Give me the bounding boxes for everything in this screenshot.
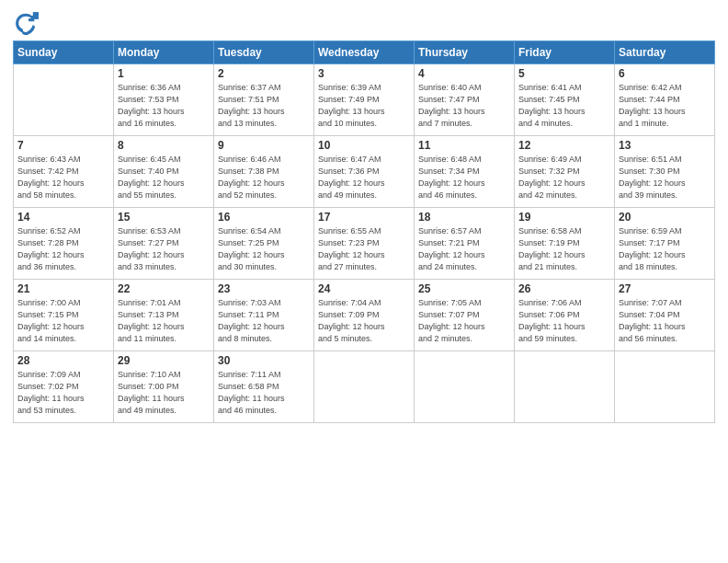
calendar-cell: 26Sunrise: 7:06 AM Sunset: 7:06 PM Dayli… (515, 280, 615, 351)
day-number: 20 (619, 211, 711, 224)
day-number: 13 (619, 139, 711, 152)
calendar-header-row: SundayMondayTuesdayWednesdayThursdayFrid… (14, 41, 715, 64)
calendar-cell: 9Sunrise: 6:46 AM Sunset: 7:38 PM Daylig… (214, 136, 314, 208)
day-number: 28 (17, 354, 109, 367)
day-info: Sunrise: 6:58 AM Sunset: 7:19 PM Dayligh… (518, 225, 610, 273)
weekday-header: Friday (515, 41, 615, 64)
day-number: 8 (118, 139, 210, 152)
weekday-header: Saturday (615, 41, 715, 64)
calendar-cell (14, 64, 114, 136)
calendar-cell: 17Sunrise: 6:55 AM Sunset: 7:23 PM Dayli… (314, 208, 415, 280)
calendar-cell: 7Sunrise: 6:43 AM Sunset: 7:42 PM Daylig… (14, 136, 114, 208)
svg-marker-1 (33, 12, 39, 19)
day-number: 15 (118, 211, 210, 224)
day-number: 19 (518, 211, 610, 224)
page-header (13, 9, 715, 35)
calendar-cell: 16Sunrise: 6:54 AM Sunset: 7:25 PM Dayli… (214, 208, 314, 280)
day-number: 4 (418, 67, 510, 80)
day-info: Sunrise: 6:51 AM Sunset: 7:30 PM Dayligh… (619, 154, 711, 201)
calendar-cell: 25Sunrise: 7:05 AM Sunset: 7:07 PM Dayli… (415, 280, 515, 351)
day-number: 27 (619, 282, 711, 295)
day-info: Sunrise: 6:40 AM Sunset: 7:47 PM Dayligh… (418, 82, 510, 130)
weekday-header: Tuesday (214, 41, 314, 64)
logo-icon (13, 9, 39, 35)
day-info: Sunrise: 7:11 AM Sunset: 6:58 PM Dayligh… (218, 369, 310, 417)
calendar-cell (515, 351, 615, 423)
calendar-cell: 12Sunrise: 6:49 AM Sunset: 7:32 PM Dayli… (515, 136, 615, 208)
day-info: Sunrise: 6:39 AM Sunset: 7:49 PM Dayligh… (318, 82, 410, 130)
day-number: 24 (318, 282, 410, 295)
day-number: 7 (17, 139, 109, 152)
day-info: Sunrise: 7:03 AM Sunset: 7:11 PM Dayligh… (218, 297, 310, 345)
day-number: 29 (118, 354, 210, 367)
calendar-cell: 29Sunrise: 7:10 AM Sunset: 7:00 PM Dayli… (114, 351, 214, 423)
calendar-cell: 23Sunrise: 7:03 AM Sunset: 7:11 PM Dayli… (214, 280, 314, 351)
day-number: 12 (518, 139, 610, 152)
day-number: 3 (318, 67, 410, 80)
calendar-cell (415, 351, 515, 423)
day-number: 23 (218, 282, 310, 295)
day-number: 10 (318, 139, 410, 152)
calendar-week-row: 28Sunrise: 7:09 AM Sunset: 7:02 PM Dayli… (14, 351, 715, 423)
day-info: Sunrise: 6:53 AM Sunset: 7:27 PM Dayligh… (118, 225, 210, 273)
day-number: 11 (418, 139, 510, 152)
day-info: Sunrise: 6:36 AM Sunset: 7:53 PM Dayligh… (118, 82, 210, 130)
day-info: Sunrise: 6:49 AM Sunset: 7:32 PM Dayligh… (518, 154, 610, 201)
calendar-week-row: 1Sunrise: 6:36 AM Sunset: 7:53 PM Daylig… (14, 64, 715, 136)
day-info: Sunrise: 7:06 AM Sunset: 7:06 PM Dayligh… (518, 297, 610, 345)
calendar-cell: 14Sunrise: 6:52 AM Sunset: 7:28 PM Dayli… (14, 208, 114, 280)
day-info: Sunrise: 6:37 AM Sunset: 7:51 PM Dayligh… (218, 82, 310, 130)
calendar-cell: 1Sunrise: 6:36 AM Sunset: 7:53 PM Daylig… (114, 64, 214, 136)
day-number: 21 (17, 282, 109, 295)
day-number: 18 (418, 211, 510, 224)
calendar-table: SundayMondayTuesdayWednesdayThursdayFrid… (13, 40, 715, 423)
day-info: Sunrise: 6:55 AM Sunset: 7:23 PM Dayligh… (318, 225, 410, 273)
calendar-cell: 5Sunrise: 6:41 AM Sunset: 7:45 PM Daylig… (515, 64, 615, 136)
day-number: 1 (118, 67, 210, 80)
weekday-header: Wednesday (314, 41, 415, 64)
day-info: Sunrise: 6:54 AM Sunset: 7:25 PM Dayligh… (218, 225, 310, 273)
calendar-cell: 20Sunrise: 6:59 AM Sunset: 7:17 PM Dayli… (615, 208, 715, 280)
day-number: 22 (118, 282, 210, 295)
calendar-cell: 28Sunrise: 7:09 AM Sunset: 7:02 PM Dayli… (14, 351, 114, 423)
day-number: 14 (17, 211, 109, 224)
weekday-header: Monday (114, 41, 214, 64)
day-info: Sunrise: 7:07 AM Sunset: 7:04 PM Dayligh… (619, 297, 711, 345)
calendar-cell: 4Sunrise: 6:40 AM Sunset: 7:47 PM Daylig… (415, 64, 515, 136)
calendar-cell: 27Sunrise: 7:07 AM Sunset: 7:04 PM Dayli… (615, 280, 715, 351)
day-number: 2 (218, 67, 310, 80)
calendar-cell (615, 351, 715, 423)
calendar-cell: 3Sunrise: 6:39 AM Sunset: 7:49 PM Daylig… (314, 64, 415, 136)
day-number: 25 (418, 282, 510, 295)
day-info: Sunrise: 6:43 AM Sunset: 7:42 PM Dayligh… (17, 154, 109, 201)
calendar-cell: 13Sunrise: 6:51 AM Sunset: 7:30 PM Dayli… (615, 136, 715, 208)
day-number: 17 (318, 211, 410, 224)
weekday-header: Sunday (14, 41, 114, 64)
day-info: Sunrise: 7:05 AM Sunset: 7:07 PM Dayligh… (418, 297, 510, 345)
calendar-cell: 8Sunrise: 6:45 AM Sunset: 7:40 PM Daylig… (114, 136, 214, 208)
day-number: 26 (518, 282, 610, 295)
day-info: Sunrise: 6:47 AM Sunset: 7:36 PM Dayligh… (318, 154, 410, 201)
calendar-cell: 21Sunrise: 7:00 AM Sunset: 7:15 PM Dayli… (14, 280, 114, 351)
day-number: 9 (218, 139, 310, 152)
calendar-cell: 30Sunrise: 7:11 AM Sunset: 6:58 PM Dayli… (214, 351, 314, 423)
calendar-week-row: 14Sunrise: 6:52 AM Sunset: 7:28 PM Dayli… (14, 208, 715, 280)
day-info: Sunrise: 7:04 AM Sunset: 7:09 PM Dayligh… (318, 297, 410, 345)
calendar-cell: 11Sunrise: 6:48 AM Sunset: 7:34 PM Dayli… (415, 136, 515, 208)
day-number: 16 (218, 211, 310, 224)
calendar-cell: 2Sunrise: 6:37 AM Sunset: 7:51 PM Daylig… (214, 64, 314, 136)
calendar-cell: 24Sunrise: 7:04 AM Sunset: 7:09 PM Dayli… (314, 280, 415, 351)
day-number: 30 (218, 354, 310, 367)
calendar-cell: 19Sunrise: 6:58 AM Sunset: 7:19 PM Dayli… (515, 208, 615, 280)
calendar-week-row: 7Sunrise: 6:43 AM Sunset: 7:42 PM Daylig… (14, 136, 715, 208)
calendar-cell: 18Sunrise: 6:57 AM Sunset: 7:21 PM Dayli… (415, 208, 515, 280)
day-info: Sunrise: 6:46 AM Sunset: 7:38 PM Dayligh… (218, 154, 310, 201)
day-number: 6 (619, 67, 711, 80)
calendar-cell (314, 351, 415, 423)
day-info: Sunrise: 6:41 AM Sunset: 7:45 PM Dayligh… (518, 82, 610, 130)
day-info: Sunrise: 6:45 AM Sunset: 7:40 PM Dayligh… (118, 154, 210, 201)
day-info: Sunrise: 7:10 AM Sunset: 7:00 PM Dayligh… (118, 369, 210, 417)
calendar-cell: 6Sunrise: 6:42 AM Sunset: 7:44 PM Daylig… (615, 64, 715, 136)
weekday-header: Thursday (415, 41, 515, 64)
day-info: Sunrise: 7:00 AM Sunset: 7:15 PM Dayligh… (17, 297, 109, 345)
